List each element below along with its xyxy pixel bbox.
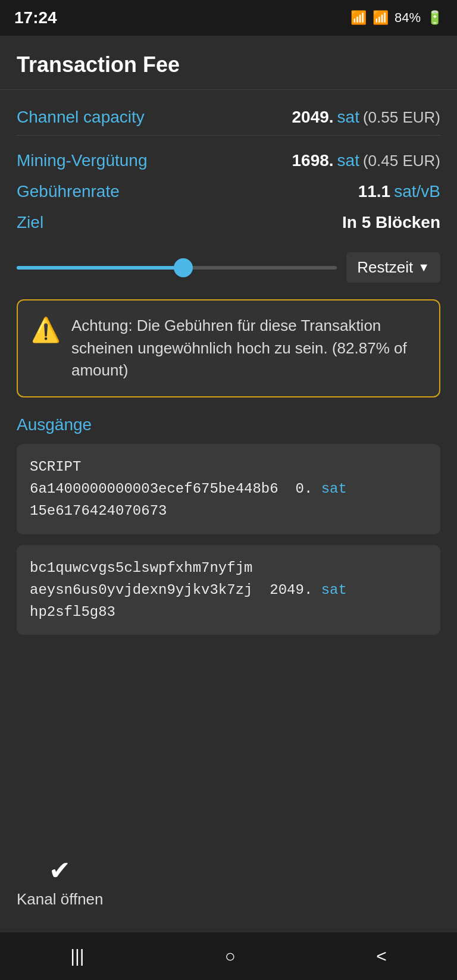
checkmark-icon: ✔ <box>49 855 71 885</box>
confirm-label: Kanal öffnen <box>17 890 104 909</box>
mining-label: Mining-Vergütung <box>17 151 147 170</box>
channel-capacity-unit: sat <box>337 108 359 127</box>
fee-slider[interactable] <box>17 256 337 280</box>
mining-amount: 1698. <box>292 151 334 170</box>
slider-thumb[interactable] <box>174 258 193 277</box>
fee-details: Channel capacity 2049. sat (0.55 EUR) Mi… <box>17 102 440 238</box>
output-1-unit: sat <box>321 582 347 598</box>
status-icons: 📶 📶 84% 🔋 <box>350 10 443 26</box>
slider-track <box>17 266 337 270</box>
output-item-1: bc1quwcvgs5clswpfxhm7nyfjm aeysn6us0yvjd… <box>17 545 440 635</box>
ausgange-label: Ausgänge <box>17 415 440 434</box>
warning-text: Achtung: Die Gebühren für diese Transakt… <box>71 315 426 382</box>
chevron-down-icon: ▼ <box>418 261 430 274</box>
output-0-line3: 15e6176424070673 <box>30 503 167 519</box>
status-bar: 17:24 📶 📶 84% 🔋 <box>0 0 457 36</box>
output-item-0: SCRIPT 6a1400000000003ecef675be448b6 0. … <box>17 444 440 534</box>
battery-icon: 🔋 <box>427 10 443 26</box>
ausgange-section: Ausgänge SCRIPT 6a1400000000003ecef675be… <box>17 415 440 646</box>
nav-home-icon[interactable]: ○ <box>225 946 236 966</box>
nav-bar: ||| ○ < <box>0 932 457 980</box>
rate-amount: 11.1 <box>358 182 391 201</box>
battery-level: 84% <box>395 10 421 26</box>
output-1-line3: hp2sfl5g83 <box>30 604 115 620</box>
warning-icon: ⚠️ <box>31 316 61 344</box>
fee-row-mining: Mining-Vergütung 1698. sat (0.45 EUR) <box>17 145 440 176</box>
output-0-line1: SCRIPT <box>30 459 81 475</box>
slider-fill <box>17 266 183 270</box>
output-0-unit: sat <box>321 481 347 497</box>
ziel-amount: In 5 Blöcken <box>342 213 440 232</box>
warning-box: ⚠️ Achtung: Die Gebühren für diese Trans… <box>17 299 440 397</box>
output-1-line2: aeysn6us0yvjdexn9yjkv3k7zj <box>30 582 252 598</box>
main-content: Channel capacity 2049. sat (0.55 EUR) Mi… <box>0 90 457 932</box>
output-text-1: bc1quwcvgs5clswpfxhm7nyfjm aeysn6us0yvjd… <box>30 557 427 624</box>
slider-area: Restzeit ▼ <box>17 252 440 283</box>
divider <box>17 135 440 136</box>
rate-unit: sat/vB <box>394 182 440 201</box>
confirm-button[interactable]: ✔ Kanal öffnen <box>17 855 104 909</box>
ziel-value: In 5 Blöcken <box>342 213 440 232</box>
restzeit-dropdown[interactable]: Restzeit ▼ <box>346 252 440 283</box>
bottom-action: ✔ Kanal öffnen <box>17 837 440 920</box>
signal-icon: 📶 <box>373 10 389 26</box>
fee-row-channel-capacity: Channel capacity 2049. sat (0.55 EUR) <box>17 102 440 133</box>
dropdown-label: Restzeit <box>357 258 413 277</box>
nav-back-icon[interactable]: < <box>376 946 387 966</box>
output-0-line2: 6a1400000000003ecef675be448b6 <box>30 481 278 497</box>
rate-label: Gebührenrate <box>17 182 120 201</box>
channel-capacity-fiat: (0.55 EUR) <box>363 108 440 127</box>
header: Transaction Fee <box>0 36 457 90</box>
page-title: Transaction Fee <box>17 52 180 77</box>
fee-row-rate: Gebührenrate 11.1 sat/vB <box>17 176 440 207</box>
mining-value: 1698. sat (0.45 EUR) <box>292 151 440 170</box>
output-text-0: SCRIPT 6a1400000000003ecef675be448b6 0. … <box>30 456 427 522</box>
channel-capacity-value: 2049. sat (0.55 EUR) <box>292 108 440 127</box>
ziel-label: Ziel <box>17 213 43 232</box>
output-0-amount: 0. <box>295 481 312 497</box>
fee-row-ziel: Ziel In 5 Blöcken <box>17 207 440 238</box>
output-1-amount: 2049. <box>270 582 312 598</box>
wifi-icon: 📶 <box>350 10 367 26</box>
rate-value: 11.1 sat/vB <box>358 182 440 201</box>
nav-menu-icon[interactable]: ||| <box>70 946 84 966</box>
mining-unit: sat <box>337 151 359 170</box>
channel-capacity-amount: 2049. <box>292 108 334 127</box>
channel-capacity-label: Channel capacity <box>17 108 145 127</box>
mining-fiat: (0.45 EUR) <box>363 152 440 170</box>
output-1-line1: bc1quwcvgs5clswpfxhm7nyfjm <box>30 560 252 576</box>
status-time: 17:24 <box>14 8 57 27</box>
